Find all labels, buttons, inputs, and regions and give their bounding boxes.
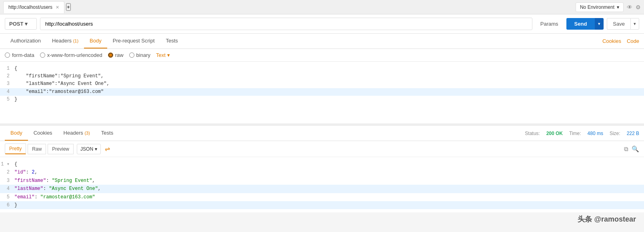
cookies-link[interactable]: Cookies <box>602 38 621 44</box>
request-tabs: Authorization Headers (1) Body Pre-reque… <box>0 34 644 49</box>
urlencoded-option[interactable]: x-www-form-urlencoded <box>40 52 102 58</box>
wrap-icon[interactable]: ⇌ <box>105 145 110 153</box>
save-dropdown-button[interactable]: ▾ <box>630 18 639 30</box>
copy-icon[interactable]: ⧉ <box>624 145 628 153</box>
raw-button[interactable]: Raw <box>28 144 46 154</box>
resp-code-line: 3 "firstName": "Spring Event", <box>0 177 644 185</box>
req-code-line: 5} <box>0 96 644 103</box>
resp-headers-badge: (3) <box>84 131 90 135</box>
text-type-select[interactable]: Text ▾ <box>156 52 170 58</box>
line-content: "lastName":"Async Event One", <box>14 80 110 88</box>
headers-badge: (1) <box>73 38 78 43</box>
format-label: JSON <box>80 146 93 152</box>
size-value: 222 B <box>627 131 639 136</box>
resp-code-line: 6 } <box>0 201 644 209</box>
code-link[interactable]: Code <box>627 38 639 44</box>
line-content: } <box>14 96 17 103</box>
tab-tests[interactable]: Tests <box>160 34 184 48</box>
format-chevron-icon: ▾ <box>95 146 97 152</box>
add-tab-button[interactable]: + <box>66 3 71 11</box>
line-number: 5 <box>0 96 14 103</box>
method-chevron-icon: ▾ <box>25 21 28 27</box>
line-number: 1 <box>0 65 14 73</box>
line-number: 2 <box>0 73 14 80</box>
req-code-line: 1{ <box>0 65 644 73</box>
size-label: Size: <box>610 131 620 136</box>
send-button-group: Send ▾ <box>566 18 604 30</box>
tab-bar: http://localhost/users ✕ + No Environmen… <box>0 0 644 14</box>
resp-status-bar: Status: 200 OK Time: 480 ms Size: 222 B <box>525 131 639 136</box>
search-icon[interactable]: 🔍 <box>632 145 639 153</box>
line-number: 2 <box>0 168 14 176</box>
line-number: 3 <box>0 80 14 88</box>
resp-tab-tests[interactable]: Tests <box>96 126 119 141</box>
req-code-line: 2 "firstName":"Spring Event", <box>0 73 644 80</box>
resp-code-line: 5 "email": "ramostear@163.com" <box>0 193 644 201</box>
request-code-editor: 1{2 "firstName":"Spring Event",3 "lastNa… <box>0 62 644 126</box>
binary-option[interactable]: binary <box>129 52 150 58</box>
pretty-button[interactable]: Pretty <box>5 143 26 154</box>
status-label: Status: <box>525 131 540 136</box>
resp-code-line: 1 ▾{ <box>0 160 644 168</box>
send-dropdown-button[interactable]: ▾ <box>595 18 604 30</box>
line-number: 1 ▾ <box>0 160 14 168</box>
url-input[interactable] <box>40 18 532 30</box>
line-number: 4 <box>0 88 14 96</box>
eye-icon[interactable]: 👁 <box>627 4 632 10</box>
raw-option[interactable]: raw <box>108 52 124 58</box>
gear-icon[interactable]: ⚙ <box>636 4 641 10</box>
method-select[interactable]: POST ▾ <box>5 18 37 30</box>
body-options: form-data x-www-form-urlencoded raw bina… <box>0 49 644 62</box>
env-select[interactable]: No Environment ▾ <box>576 2 624 12</box>
line-content: "lastName": "Async Event One", <box>14 185 101 193</box>
response-code-view: 1 ▾{2 "id": 2,3 "firstName": "Spring Eve… <box>0 157 644 212</box>
text-type-chevron-icon: ▾ <box>167 52 170 58</box>
req-code-line: 4 "email":"ramostear@163.com" <box>0 88 644 96</box>
tab-url-label: http://localhost/users <box>8 4 52 10</box>
status-value: 200 OK <box>546 131 563 136</box>
active-tab[interactable]: http://localhost/users ✕ <box>3 1 64 13</box>
line-content: { <box>14 65 17 73</box>
save-button-group: Save ▾ <box>607 18 639 30</box>
response-tabs: Body Cookies Headers (3) Tests Status: 2… <box>0 126 644 141</box>
format-select[interactable]: JSON ▾ <box>77 144 101 154</box>
form-data-option[interactable]: form-data <box>5 52 34 58</box>
req-tab-right-actions: Cookies Code <box>602 38 639 44</box>
response-section: Body Cookies Headers (3) Tests Status: 2… <box>0 126 644 212</box>
time-value: 480 ms <box>588 131 603 136</box>
resp-tab-cookies[interactable]: Cookies <box>28 126 58 141</box>
request-bar: POST ▾ Params Send ▾ Save ▾ <box>0 14 644 34</box>
line-number: 3 <box>0 177 14 185</box>
line-content: "id": 2, <box>14 168 38 176</box>
response-toolbar: Pretty Raw Preview JSON ▾ ⇌ ⧉ 🔍 <box>0 141 644 157</box>
resp-tab-headers[interactable]: Headers (3) <box>58 126 96 141</box>
params-button[interactable]: Params <box>536 18 563 29</box>
save-button[interactable]: Save <box>607 18 630 30</box>
line-content: "firstName": "Spring Event", <box>14 177 95 185</box>
resp-code-line: 4 "lastName": "Async Event One", <box>0 185 644 193</box>
env-bar: No Environment ▾ 👁 ⚙ <box>576 2 641 12</box>
resp-tab-body[interactable]: Body <box>5 126 28 141</box>
line-content: { <box>14 160 17 168</box>
chevron-down-icon: ▾ <box>617 4 619 10</box>
send-button[interactable]: Send <box>566 18 595 30</box>
close-tab-icon[interactable]: ✕ <box>56 5 59 10</box>
resp-code-line: 2 "id": 2, <box>0 168 644 176</box>
line-content: "firstName":"Spring Event", <box>14 73 104 80</box>
method-label: POST <box>9 21 23 27</box>
line-content: "email": "ramostear@163.com" <box>14 193 95 201</box>
resp-actions: ⧉ 🔍 <box>624 145 639 153</box>
preview-button[interactable]: Preview <box>48 144 74 154</box>
req-code-line: 3 "lastName":"Async Event One", <box>0 80 644 88</box>
tab-authorization[interactable]: Authorization <box>5 34 46 48</box>
time-label: Time: <box>569 131 581 136</box>
line-number: 4 <box>0 185 14 193</box>
env-label: No Environment <box>580 4 614 10</box>
tab-headers[interactable]: Headers (1) <box>46 34 84 48</box>
line-content: } <box>14 201 17 209</box>
line-number: 5 <box>0 193 14 201</box>
tab-pre-request-script[interactable]: Pre-request Script <box>107 34 160 48</box>
tab-body[interactable]: Body <box>84 34 107 48</box>
line-content: "email":"ramostear@163.com" <box>14 88 104 96</box>
line-number: 6 <box>0 201 14 209</box>
